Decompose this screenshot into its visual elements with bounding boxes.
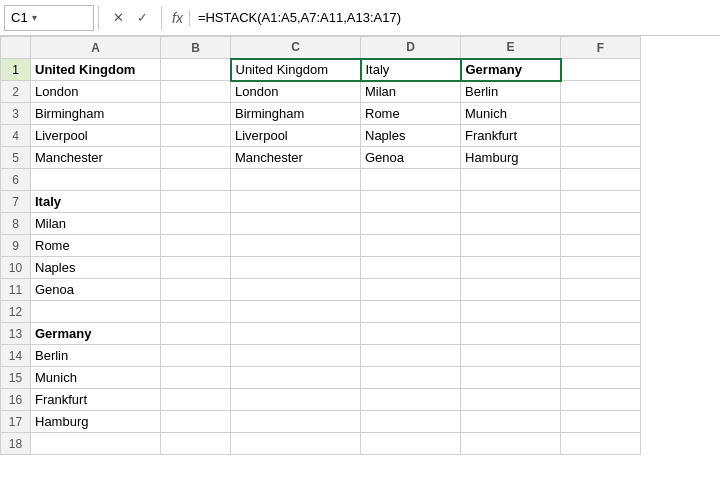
cell-B13[interactable] [161,323,231,345]
cell-C11[interactable] [231,279,361,301]
cell-E7[interactable] [461,191,561,213]
cell-C18[interactable] [231,433,361,455]
row-header-2[interactable]: 2 [1,81,31,103]
cell-C5[interactable]: Manchester [231,147,361,169]
row-header-5[interactable]: 5 [1,147,31,169]
cell-C7[interactable] [231,191,361,213]
cell-A5[interactable]: Manchester [31,147,161,169]
col-header-F[interactable]: F [561,37,641,59]
cell-D12[interactable] [361,301,461,323]
cell-F5[interactable] [561,147,641,169]
cell-C15[interactable] [231,367,361,389]
row-header-11[interactable]: 11 [1,279,31,301]
cell-F13[interactable] [561,323,641,345]
cell-A10[interactable]: Naples [31,257,161,279]
cell-D6[interactable] [361,169,461,191]
cell-E16[interactable] [461,389,561,411]
cell-C9[interactable] [231,235,361,257]
cell-B5[interactable] [161,147,231,169]
cell-E17[interactable] [461,411,561,433]
cell-B16[interactable] [161,389,231,411]
cell-A2[interactable]: London [31,81,161,103]
cell-F2[interactable] [561,81,641,103]
confirm-formula-button[interactable]: ✓ [131,7,153,29]
row-header-8[interactable]: 8 [1,213,31,235]
cell-A12[interactable] [31,301,161,323]
cell-D4[interactable]: Naples [361,125,461,147]
cell-A4[interactable]: Liverpool [31,125,161,147]
row-header-6[interactable]: 6 [1,169,31,191]
col-header-C[interactable]: C [231,37,361,59]
cell-F6[interactable] [561,169,641,191]
cell-B6[interactable] [161,169,231,191]
cell-F4[interactable] [561,125,641,147]
row-header-17[interactable]: 17 [1,411,31,433]
cell-F16[interactable] [561,389,641,411]
row-header-1[interactable]: 1 [1,59,31,81]
cell-B11[interactable] [161,279,231,301]
cell-B9[interactable] [161,235,231,257]
cell-D7[interactable] [361,191,461,213]
cell-F18[interactable] [561,433,641,455]
cell-A3[interactable]: Birmingham [31,103,161,125]
row-header-13[interactable]: 13 [1,323,31,345]
cell-A11[interactable]: Genoa [31,279,161,301]
cell-E5[interactable]: Hamburg [461,147,561,169]
cell-C12[interactable] [231,301,361,323]
col-header-A[interactable]: A [31,37,161,59]
cell-B12[interactable] [161,301,231,323]
row-header-9[interactable]: 9 [1,235,31,257]
cell-E10[interactable] [461,257,561,279]
cell-E6[interactable] [461,169,561,191]
cell-B1[interactable] [161,59,231,81]
cell-D8[interactable] [361,213,461,235]
cell-A15[interactable]: Munich [31,367,161,389]
col-header-D[interactable]: D [361,37,461,59]
row-header-15[interactable]: 15 [1,367,31,389]
cell-D2[interactable]: Milan [361,81,461,103]
cell-D17[interactable] [361,411,461,433]
cell-E9[interactable] [461,235,561,257]
cell-A17[interactable]: Hamburg [31,411,161,433]
cell-A16[interactable]: Frankfurt [31,389,161,411]
cell-E14[interactable] [461,345,561,367]
cell-D1[interactable]: Italy [361,59,461,81]
cell-B8[interactable] [161,213,231,235]
cell-D14[interactable] [361,345,461,367]
cell-D15[interactable] [361,367,461,389]
cell-D5[interactable]: Genoa [361,147,461,169]
cell-A1[interactable]: United Kingdom [31,59,161,81]
cell-D13[interactable] [361,323,461,345]
cell-A18[interactable] [31,433,161,455]
cell-F14[interactable] [561,345,641,367]
cell-D3[interactable]: Rome [361,103,461,125]
cell-C16[interactable] [231,389,361,411]
cell-E3[interactable]: Munich [461,103,561,125]
cell-C17[interactable] [231,411,361,433]
cell-B4[interactable] [161,125,231,147]
cell-B18[interactable] [161,433,231,455]
cell-E13[interactable] [461,323,561,345]
cell-C14[interactable] [231,345,361,367]
cell-E12[interactable] [461,301,561,323]
cell-E1[interactable]: Germany [461,59,561,81]
cell-A13[interactable]: Germany [31,323,161,345]
cell-A7[interactable]: Italy [31,191,161,213]
cell-C8[interactable] [231,213,361,235]
cell-C6[interactable] [231,169,361,191]
cell-F15[interactable] [561,367,641,389]
cell-F12[interactable] [561,301,641,323]
cell-F11[interactable] [561,279,641,301]
cell-F3[interactable] [561,103,641,125]
row-header-10[interactable]: 10 [1,257,31,279]
cell-B15[interactable] [161,367,231,389]
col-header-E[interactable]: E [461,37,561,59]
cell-F7[interactable] [561,191,641,213]
cell-A8[interactable]: Milan [31,213,161,235]
cell-E11[interactable] [461,279,561,301]
cell-B14[interactable] [161,345,231,367]
cell-B2[interactable] [161,81,231,103]
cell-E8[interactable] [461,213,561,235]
cell-C13[interactable] [231,323,361,345]
cell-C2[interactable]: London [231,81,361,103]
